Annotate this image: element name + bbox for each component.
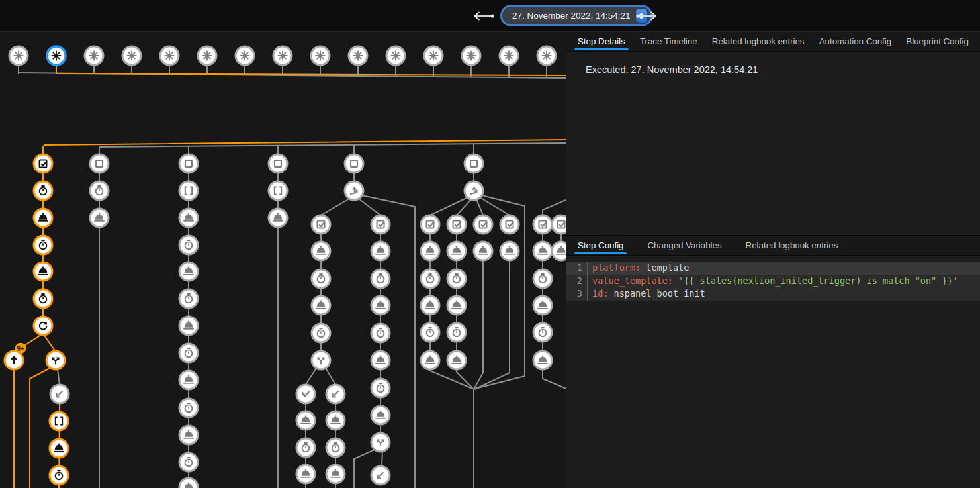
trace-node-bell[interactable] [296,465,315,483]
tab-blueprint-config[interactable]: Blueprint Config [906,32,969,51]
trace-node-bell[interactable] [447,296,466,315]
trace-node-bell[interactable] [179,426,198,444]
trace-node-timer[interactable] [312,324,330,342]
trace-node-asterisk[interactable] [198,46,216,65]
trace-node-square[interactable] [465,154,483,173]
trace-node-square[interactable] [269,154,287,173]
trace-node-bell[interactable] [179,209,198,227]
trace-node-timer[interactable] [533,323,552,342]
trace-node-bell[interactable] [50,439,68,458]
trace-node-bell[interactable] [296,411,315,430]
trace-node-asterisk[interactable] [537,46,556,65]
trace-node-bell[interactable] [552,242,566,260]
trace-node-choose[interactable] [465,181,483,200]
trace-node-timer[interactable] [179,289,198,308]
trace-node-checkbox[interactable] [500,215,519,234]
trace-node-bell[interactable] [312,242,330,260]
trace-node-asterisk[interactable] [85,46,103,65]
trace-node-choose[interactable] [345,181,363,200]
trace-node-checkbox[interactable] [312,215,330,234]
trace-node-timer[interactable] [296,438,315,457]
trace-node-brackets[interactable] [179,181,198,200]
tab-related-logbook-entries[interactable]: Related logbook entries [712,32,805,51]
trace-node-checkbox[interactable] [533,215,552,234]
next-trace-button[interactable] [634,10,660,22]
trace-node-bell[interactable] [312,296,330,315]
trace-node-bell[interactable] [421,296,439,315]
trace-node-asterisk[interactable] [47,46,66,65]
trace-node-timer[interactable] [179,344,198,362]
trace-node-timer[interactable] [34,236,52,254]
trace-node-split[interactable] [312,351,330,369]
trace-node-arrow-up[interactable] [5,351,23,369]
trace-node-bell[interactable] [179,317,198,335]
trace-node-arrow-down-left[interactable] [371,466,390,485]
trace-node-bell[interactable] [34,262,52,281]
tab-step-config[interactable]: Step Config [578,236,623,255]
trace-node-refresh[interactable] [34,317,52,335]
trace-node-checkbox[interactable] [447,215,466,234]
trace-node-brackets[interactable] [50,412,68,430]
trace-node-arrow-down-left[interactable] [50,385,69,403]
trace-node-bell[interactable] [371,351,390,369]
trace-node-bell[interactable] [269,209,287,227]
trace-node-timer[interactable] [179,236,198,254]
trace-node-square[interactable] [179,154,198,173]
trace-node-timer[interactable] [326,438,345,457]
trace-node-check-arrow[interactable] [296,385,315,403]
tab-trace-timeline[interactable]: Trace Timeline [640,32,697,51]
trace-node-checkbox[interactable] [421,215,439,234]
trace-node-bell[interactable] [533,296,552,315]
trace-node-bell[interactable] [179,371,198,389]
trace-node-arrow-down-left[interactable] [326,385,345,403]
trace-node-bell[interactable] [447,351,466,369]
trace-node-timer[interactable] [371,379,390,397]
trace-node-checkbox[interactable] [474,215,492,234]
trace-node-timer[interactable] [179,399,198,417]
trace-node-asterisk[interactable] [122,46,141,65]
trace-node-bell[interactable] [179,262,198,281]
trace-node-bell[interactable] [533,351,552,369]
trace-node-bell[interactable] [90,209,109,227]
trace-node-checkbox[interactable] [552,215,566,234]
trace-node-timer[interactable] [533,269,552,288]
trace-node-timer[interactable] [312,269,330,288]
trace-node-timer[interactable] [34,181,52,200]
trace-node-bell[interactable] [474,242,492,260]
trace-node-brackets[interactable] [269,181,287,200]
trace-node-checkbox[interactable] [371,215,390,234]
trace-node-asterisk[interactable] [311,46,330,65]
trace-node-timer[interactable] [90,181,109,200]
trace-node-asterisk[interactable] [349,46,367,65]
trace-node-timer[interactable] [34,289,52,308]
trace-node-bell[interactable] [34,209,52,227]
trace-node-timer[interactable] [50,466,68,485]
step-config-code-editor[interactable]: 1platform: template2value_template: '{{ … [566,262,980,301]
trace-node-asterisk[interactable] [9,46,28,65]
trace-run-select[interactable]: 27. November 2022, 14:54:21 [502,7,650,24]
tab-changed-variables[interactable]: Changed Variables [647,236,721,255]
trace-node-bell[interactable] [421,351,439,369]
trace-node-timer[interactable] [421,269,439,288]
previous-trace-button[interactable] [470,10,496,22]
trace-node-bell[interactable] [179,478,198,488]
tab-step-details[interactable]: Step Details [578,32,625,51]
tab-related-logbook-entries[interactable]: Related logbook entries [746,236,838,255]
trace-node-asterisk[interactable] [160,46,179,65]
trace-node-bell[interactable] [326,465,345,483]
trace-node-bell[interactable] [500,242,519,260]
trace-node-square[interactable] [90,154,109,173]
trace-node-asterisk[interactable] [424,46,443,65]
tab-automation-config[interactable]: Automation Config [819,32,891,51]
trace-node-asterisk[interactable] [273,46,292,65]
trace-node-timer[interactable] [371,324,390,342]
trace-node-split[interactable] [371,433,390,452]
trace-node-bell[interactable] [421,242,439,260]
trace-node-checkbox[interactable] [34,154,52,173]
trace-node-asterisk[interactable] [386,46,405,65]
trace-node-timer[interactable] [179,453,198,471]
trace-node-square[interactable] [345,154,363,173]
trace-node-asterisk[interactable] [462,46,480,65]
trace-node-timer[interactable] [447,269,466,288]
trace-node-bell[interactable] [533,242,552,260]
